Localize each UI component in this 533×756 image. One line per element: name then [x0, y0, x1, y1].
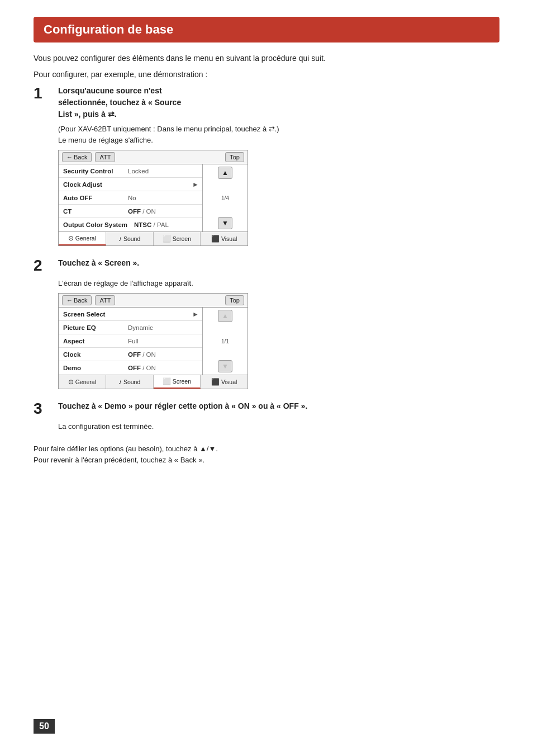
page-indicator-2: 1/1 [221, 338, 229, 344]
menu-row-picture-eq[interactable]: Picture EQ Dynamic [59, 321, 202, 334]
top-button-1[interactable]: Top [225, 152, 244, 162]
menu-row-ct[interactable]: CT OFF / ON [59, 205, 202, 218]
step-2-body: L'écran de réglage de l'affichage appara… [58, 278, 499, 289]
tab-screen-2[interactable]: ⬜Screen [154, 375, 201, 389]
intro-text-1: Vous pouvez configurer des éléments dans… [34, 53, 499, 64]
step-2: 2 Touchez à « Screen ». L'écran de régla… [34, 257, 499, 389]
att-button-1[interactable]: ATT [95, 152, 115, 162]
step-1-title: Lorsqu'aucune source n'estsélectionnée, … [58, 85, 181, 120]
menu-mockup-1: ← Back ATT Top Security Control Locked C… [58, 150, 248, 246]
footer-line-1: Pour faire défiler les options (au besoi… [34, 443, 499, 455]
step-3: 3 Touchez à « Demo » pour régler cette o… [34, 400, 499, 432]
tab-visual-1[interactable]: ⬛Visual [201, 232, 248, 245]
intro-text-2: Pour configurer, par exemple, une démons… [34, 69, 499, 81]
menu-row-security[interactable]: Security Control Locked [59, 164, 202, 178]
nav-up-1[interactable]: ▲ [218, 167, 232, 179]
step-1: 1 Lorsqu'aucune source n'estsélectionnée… [34, 85, 499, 246]
step-2-title: Touchez à « Screen ». [58, 257, 139, 269]
top-button-2[interactable]: Top [225, 295, 244, 305]
footer-line-2: Pour revenir à l'écran précédent, touche… [34, 455, 499, 466]
back-button-1[interactable]: ← Back [62, 152, 92, 162]
nav-down-2[interactable]: ▼ [218, 360, 232, 372]
nav-down-1[interactable]: ▼ [218, 217, 232, 229]
nav-up-2[interactable]: ▲ [218, 310, 232, 322]
step-3-body: La configuration est terminée. [58, 421, 499, 432]
step-3-title: Touchez à « Demo » pour régler cette opt… [58, 400, 307, 412]
menu-mockup-2: ← Back ATT Top Screen Select ► Picture E… [58, 293, 248, 389]
tab-visual-2[interactable]: ⬛Visual [201, 375, 248, 389]
footer: Pour faire défiler les options (au besoi… [34, 443, 499, 467]
page-indicator-1: 1/4 [221, 195, 229, 201]
step-1-number: 1 [34, 85, 54, 102]
tab-general-1[interactable]: ⊙General [59, 232, 106, 245]
menu-row-output-color[interactable]: Output Color System NTSC / PAL [59, 218, 202, 231]
att-button-2[interactable]: ATT [95, 295, 115, 305]
back-button-2[interactable]: ← Back [62, 295, 92, 305]
menu-row-auto-off[interactable]: Auto OFF No [59, 191, 202, 205]
page-title: Configuration de base [34, 17, 499, 42]
page-number: 50 [34, 719, 55, 734]
step-1-body: (Pour XAV-62BT uniquement : Dans le menu… [58, 124, 499, 145]
menu-row-screen-select[interactable]: Screen Select ► [59, 308, 202, 321]
menu-row-clock-adjust[interactable]: Clock Adjust ► [59, 178, 202, 191]
tab-sound-1[interactable]: ♪Sound [106, 232, 154, 245]
menu-row-clock[interactable]: Clock OFF / ON [59, 348, 202, 361]
step-3-number: 3 [34, 400, 54, 418]
tab-sound-2[interactable]: ♪Sound [106, 375, 154, 389]
tab-screen-1[interactable]: ⬜Screen [154, 232, 201, 245]
menu-row-demo[interactable]: Demo OFF / ON [59, 361, 202, 375]
menu-row-aspect[interactable]: Aspect Full [59, 334, 202, 348]
tab-general-2[interactable]: ⊙General [59, 375, 106, 389]
step-2-number: 2 [34, 257, 54, 275]
